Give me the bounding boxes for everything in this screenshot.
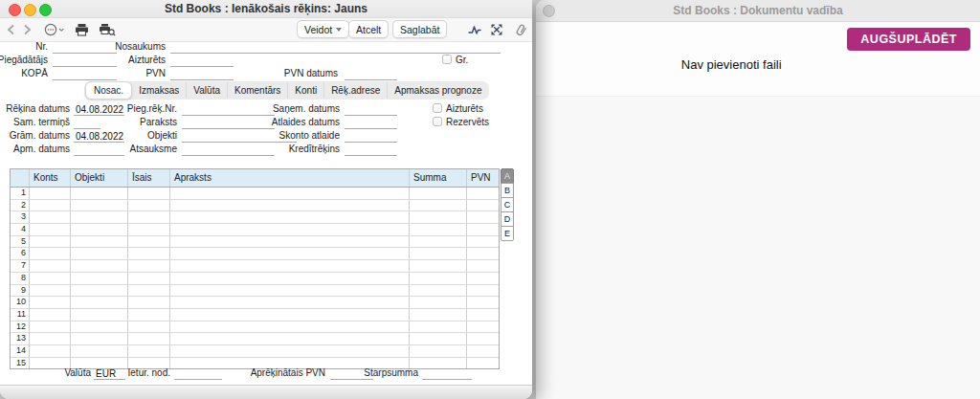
tab[interactable]: Komentārs <box>227 82 287 99</box>
cell-objekti[interactable] <box>71 285 128 297</box>
col-objekti[interactable]: Objekti <box>71 169 128 187</box>
cell-objekti[interactable] <box>71 224 128 235</box>
cell-summa[interactable] <box>410 345 467 357</box>
documents-titlebar[interactable]: Std Books : Dokumentu vadība <box>536 0 980 22</box>
cell-pvn-kd[interactable] <box>467 345 499 357</box>
cell-pvn-kd[interactable] <box>467 260 499 272</box>
veidot-button[interactable]: Veidot <box>297 20 349 38</box>
cell-summa[interactable] <box>410 200 467 211</box>
activity-icon[interactable] <box>468 24 481 35</box>
cell-apraksts[interactable] <box>170 273 410 284</box>
tab[interactable]: Konti <box>287 82 323 99</box>
cell-konts[interactable] <box>30 321 71 333</box>
invoice-titlebar[interactable]: Std Books : Ienākošais rēķins: Jauns <box>0 0 532 18</box>
starpsumma-input[interactable] <box>422 367 472 380</box>
cell-pvn-kd[interactable] <box>467 273 499 284</box>
tab[interactable]: Nosac. <box>85 81 132 100</box>
cell-konts[interactable] <box>30 224 71 235</box>
cell-isais-kods[interactable] <box>128 333 170 344</box>
cell-pvn-kd[interactable] <box>467 248 499 259</box>
cell-konts[interactable] <box>30 309 71 321</box>
cell-isais-kods[interactable] <box>128 248 170 259</box>
table-row[interactable]: 11 <box>11 309 499 321</box>
print-preview-icon[interactable] <box>99 23 116 36</box>
print-icon[interactable] <box>75 23 89 36</box>
table-row[interactable]: 10 <box>11 297 499 309</box>
cell-isais-kods[interactable] <box>128 188 170 199</box>
tab[interactable]: Valūta <box>186 82 227 99</box>
cell-apraksts[interactable] <box>170 188 410 199</box>
cell-konts[interactable] <box>30 285 71 297</box>
table-row[interactable]: 2 <box>11 200 499 212</box>
cell-summa[interactable] <box>410 309 467 321</box>
tab[interactable]: Rēķ.adrese <box>323 82 387 99</box>
cell-objekti[interactable] <box>71 273 128 284</box>
cell-objekti[interactable] <box>71 309 128 321</box>
table-row[interactable]: 7 <box>11 260 499 273</box>
cell-pvn-kd[interactable] <box>467 333 499 344</box>
cell-pvn-kd[interactable] <box>467 224 499 235</box>
nosaukums-input[interactable] <box>170 41 501 54</box>
cell-summa[interactable] <box>410 273 467 284</box>
inactive-traffic-light[interactable] <box>543 5 555 17</box>
cell-pvn-kd[interactable] <box>467 188 499 199</box>
paperclip-icon[interactable] <box>515 23 527 36</box>
cell-summa[interactable] <box>410 248 467 259</box>
cell-isais-kods[interactable] <box>128 285 170 297</box>
cell-apraksts[interactable] <box>170 260 410 272</box>
minimize-button[interactable] <box>24 4 36 16</box>
matrix-letter-tab[interactable]: E <box>501 226 514 241</box>
col-apraksts[interactable]: Apraksts <box>170 169 410 187</box>
cell-summa[interactable] <box>410 321 467 333</box>
cell-konts[interactable] <box>30 248 71 259</box>
cell-pvn-kd[interactable] <box>467 200 499 211</box>
cell-konts[interactable] <box>30 236 71 248</box>
cell-objekti[interactable] <box>71 248 128 259</box>
cell-isais-kods[interactable] <box>128 260 170 272</box>
cell-objekti[interactable] <box>71 200 128 211</box>
close-button[interactable] <box>9 4 21 16</box>
tab[interactable]: Apmaksas prognoze <box>387 82 488 99</box>
table-row[interactable]: 9 <box>11 285 499 298</box>
cell-apraksts[interactable] <box>170 345 410 357</box>
cell-objekti[interactable] <box>71 188 128 199</box>
table-row[interactable]: 5 <box>11 236 499 249</box>
table-row[interactable]: 12 <box>11 321 499 334</box>
table-row[interactable]: 13 <box>11 333 499 345</box>
atlaides-datums-input[interactable] <box>345 117 397 129</box>
cell-apraksts[interactable] <box>170 200 410 211</box>
cell-apraksts[interactable] <box>170 285 410 297</box>
cell-konts[interactable] <box>30 260 71 272</box>
cell-pvn-kd[interactable] <box>467 309 499 321</box>
cell-apraksts[interactable] <box>170 297 410 308</box>
cell-objekti[interactable] <box>71 345 128 357</box>
rezervets-checkbox[interactable] <box>433 117 442 126</box>
cell-apraksts[interactable] <box>170 236 410 248</box>
table-row[interactable]: 4 <box>11 224 499 236</box>
cell-isais-kods[interactable] <box>128 297 170 308</box>
cell-objekti[interactable] <box>71 321 128 333</box>
cell-objekti[interactable] <box>71 333 128 344</box>
cell-konts[interactable] <box>30 273 71 284</box>
cell-konts[interactable] <box>30 188 71 199</box>
cell-objekti[interactable] <box>71 260 128 272</box>
matrix-letter-tab[interactable]: B <box>501 183 514 198</box>
cell-summa[interactable] <box>410 211 467 223</box>
col-pvn-kd[interactable]: PVN kd <box>467 169 499 187</box>
cell-isais-kods[interactable] <box>128 224 170 235</box>
cell-apraksts[interactable] <box>170 248 410 259</box>
cell-konts[interactable] <box>30 200 71 211</box>
cell-isais-kods[interactable] <box>128 273 170 284</box>
cell-summa[interactable] <box>410 285 467 297</box>
saglabat-button[interactable]: Saglabāt <box>392 20 447 38</box>
cell-pvn-kd[interactable] <box>467 236 499 248</box>
cell-isais-kods[interactable] <box>128 211 170 223</box>
ietur-nod-input[interactable] <box>174 367 222 380</box>
aizturets-input[interactable] <box>170 55 234 67</box>
cell-apraksts[interactable] <box>170 333 410 344</box>
cell-objekti[interactable] <box>71 297 128 308</box>
col-konts[interactable]: Konts <box>30 169 71 187</box>
table-row[interactable]: 1 <box>11 188 499 200</box>
table-row[interactable]: 3 <box>11 211 499 224</box>
matrix-letter-tab[interactable]: A <box>501 168 514 184</box>
